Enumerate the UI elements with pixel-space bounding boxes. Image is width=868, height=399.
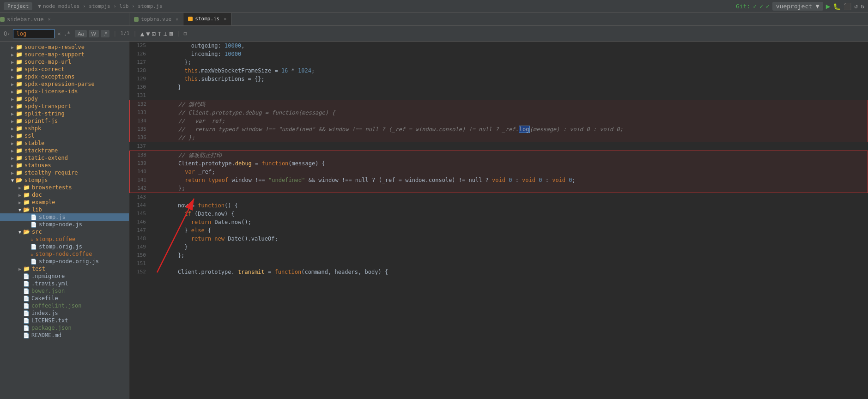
git-check3[interactable]: ✓ xyxy=(766,3,770,10)
sidebar-item-stomp-node-js[interactable]: 📄 stomp-node.js xyxy=(0,221,129,228)
search-filter[interactable]: ⊟ xyxy=(184,30,187,37)
search-inselection[interactable]: ⊠ xyxy=(169,30,173,37)
code-line-136: 136 // }; xyxy=(130,133,868,142)
top-bar: Project ▼ node_modules › stompjs › lib ›… xyxy=(0,0,868,13)
sidebar-item-lib[interactable]: ▼ 📂 lib xyxy=(0,206,129,213)
sidebar-item-coffeelint-json[interactable]: 📄 coffeelint.json xyxy=(0,302,129,309)
sidebar-item-stealthy-require[interactable]: ▶ 📁 stealthy-require xyxy=(0,169,129,176)
sidebar-item-sshpk[interactable]: ▶ 📁 sshpk xyxy=(0,125,129,132)
coffee-file-icon: ☕ xyxy=(30,251,34,257)
code-editor[interactable]: 125 outgoing: 10000, 126 incoming: 10000… xyxy=(129,42,868,399)
clear-search[interactable]: ✕ xyxy=(57,30,61,37)
folder-icon: 📁 xyxy=(16,59,23,65)
code-line-134: 134 // var _ref; xyxy=(130,117,868,125)
sidebar-item-stompjs[interactable]: ▼ 📂 stompjs xyxy=(0,176,129,184)
sidebar-item-static-extend[interactable]: ▶ 📁 static-extend xyxy=(0,154,129,162)
sidebar-item-spdy[interactable]: ▶ 📁 spdy xyxy=(0,95,129,103)
main-area: ▶ 📁 source-map-resolve ▶ 📁 source-map-su… xyxy=(0,42,868,399)
close-sidebar[interactable]: ✕ xyxy=(48,17,50,22)
code-line-126: 126 incoming: 10000 xyxy=(129,50,868,58)
tabs-bar: sidebar.vue ✕ topbra.vue ✕ stomp.js ✕ xyxy=(0,13,868,26)
sidebar-item-spdx-exceptions[interactable]: ▶ 📁 spdx-exceptions xyxy=(0,73,129,80)
js-file-icon: 📄 xyxy=(23,310,30,316)
js-file-icon: 📄 xyxy=(30,259,37,265)
project-selector[interactable]: vueproject ▼ xyxy=(772,2,823,11)
sidebar-item-sprintf-js[interactable]: ▶ 📁 sprintf-js xyxy=(0,117,129,125)
close-topbra[interactable]: ✕ xyxy=(176,17,178,22)
code-line-144: 144 now = function() { xyxy=(129,201,868,210)
sidebar-item-src[interactable]: ▼ 📂 src xyxy=(0,228,129,236)
folder-icon: 📁 xyxy=(16,88,23,95)
code-line-147: 147 } else { xyxy=(129,226,868,235)
regex-search[interactable]: .* xyxy=(64,30,70,37)
sidebar-item-browsertests[interactable]: ▶ 📁 browsertests xyxy=(0,184,129,191)
sidebar-item-spdx-license-ids[interactable]: ▶ 📁 spdx-license-ids xyxy=(0,88,129,95)
folder-icon: 📁 xyxy=(16,81,23,87)
tab-sidebar[interactable]: sidebar.vue ✕ xyxy=(0,13,129,25)
search-context1[interactable]: ⊤ xyxy=(158,30,161,37)
sidebar-item-stomp-orig-js[interactable]: 📄 stomp.orig.js xyxy=(0,243,129,250)
sidebar-item-travis-yml[interactable]: 📄 .travis.yml xyxy=(0,280,129,287)
undo-icon[interactable]: ↺ xyxy=(854,3,858,10)
sidebar-item-stable[interactable]: ▶ 📁 stable xyxy=(0,139,129,147)
sidebar-item-source-map-resolve[interactable]: ▶ 📁 source-map-resolve xyxy=(0,43,129,51)
whole-word-btn[interactable]: W xyxy=(89,30,99,37)
sidebar-item-npmignore[interactable]: 📄 .npmignore xyxy=(0,272,129,280)
sidebar-item-bower-json[interactable]: 📄 bower.json xyxy=(0,287,129,295)
js-file-icon: 📄 xyxy=(30,244,37,250)
sidebar-item-split-string[interactable]: ▶ 📁 split-string xyxy=(0,110,129,117)
folder-icon: 📁 xyxy=(23,192,30,198)
search-prev[interactable]: ▲ xyxy=(140,30,144,37)
code-line-131: 131 xyxy=(129,91,868,100)
tab-stomp[interactable]: stomp.js ✕ xyxy=(183,13,231,25)
sidebar-item-example[interactable]: ▶ 📁 example xyxy=(0,199,129,206)
sidebar-item-package-json[interactable]: 📄 package.json xyxy=(0,324,129,332)
tab-topbra[interactable]: topbra.vue ✕ xyxy=(129,13,183,25)
sidebar-item-index-js[interactable]: 📄 index.js xyxy=(0,309,129,317)
sidebar-item-readme-md[interactable]: 📄 README.md xyxy=(0,332,129,339)
sidebar-item-stomp-coffee[interactable]: ☕ stomp.coffee xyxy=(0,236,129,243)
regex-btn[interactable]: .* xyxy=(101,30,109,37)
git-check2[interactable]: ✓ xyxy=(759,3,763,10)
sidebar-item-stomp-js[interactable]: 📄 stomp.js xyxy=(0,213,129,221)
sidebar-item-doc[interactable]: ▶ 📁 doc xyxy=(0,191,129,199)
search-input[interactable] xyxy=(13,29,55,38)
folder-icon: 📁 xyxy=(16,147,23,154)
search-wrap[interactable]: ⊡ xyxy=(152,30,156,37)
folder-icon: 📁 xyxy=(16,73,23,80)
search-next[interactable]: ▼ xyxy=(146,30,150,37)
sidebar-item-spdy-transport[interactable]: ▶ 📁 spdy-transport xyxy=(0,103,129,110)
folder-icon: 📁 xyxy=(16,51,23,58)
code-line-140: 140 var _ref; xyxy=(130,168,868,176)
search-context2[interactable]: ⊥ xyxy=(163,30,167,37)
sidebar-item-stackframe[interactable]: ▶ 📁 stackframe xyxy=(0,147,129,154)
sidebar-item-source-map-support[interactable]: ▶ 📁 source-map-support xyxy=(0,51,129,58)
arrow-icon: ▶ xyxy=(9,74,16,79)
sidebar-item-spdx-expression-parse[interactable]: ▶ 📁 spdx-expression-parse xyxy=(0,80,129,88)
case-sensitive-btn[interactable]: Aa xyxy=(75,30,86,37)
run-icon[interactable]: ▶ xyxy=(826,2,831,11)
sidebar-item-ssl[interactable]: ▶ 📁 ssl xyxy=(0,132,129,139)
sidebar-item-spdx-correct[interactable]: ▶ 📁 spdx-correct xyxy=(0,66,129,73)
code-line-145: 145 if (Date.now) { xyxy=(129,210,868,218)
sidebar-item-stomp-node-orig-js[interactable]: 📄 stomp-node.orig.js xyxy=(0,258,129,265)
arrow-icon: ▶ xyxy=(17,266,23,272)
code-content: 125 outgoing: 10000, 126 incoming: 10000… xyxy=(129,42,868,276)
sidebar-item-stomp-node-coffee[interactable]: ☕ stomp-node.coffee xyxy=(0,250,129,258)
sidebar-item-source-map-url[interactable]: ▶ 📁 source-map-url xyxy=(0,58,129,66)
code-line-128: 128 this.maxWebSocketFrameSize = 16 * 10… xyxy=(129,66,868,75)
project-label[interactable]: Project xyxy=(4,2,32,10)
sidebar-item-cakefile[interactable]: 📄 Cakefile xyxy=(0,295,129,302)
redo-icon[interactable]: ↻ xyxy=(861,3,864,10)
sidebar-item-test[interactable]: ▶ 📁 test xyxy=(0,265,129,272)
git-check1[interactable]: ✓ xyxy=(753,3,757,10)
sidebar-item-license-txt[interactable]: 📄 LICENSE.txt xyxy=(0,317,129,324)
arrow-icon: ▶ xyxy=(17,185,23,190)
sidebar-item-statuses[interactable]: ▶ 📁 statuses xyxy=(0,162,129,169)
debug-icon[interactable]: 🐛 xyxy=(833,3,841,10)
close-stomp[interactable]: ✕ xyxy=(224,16,226,21)
arrow-icon: ▶ xyxy=(9,111,16,116)
stop-icon[interactable]: ⬛ xyxy=(844,3,851,10)
git-icon[interactable]: Git: xyxy=(736,3,750,10)
tab-stomp-label: stomp.js xyxy=(195,16,219,22)
